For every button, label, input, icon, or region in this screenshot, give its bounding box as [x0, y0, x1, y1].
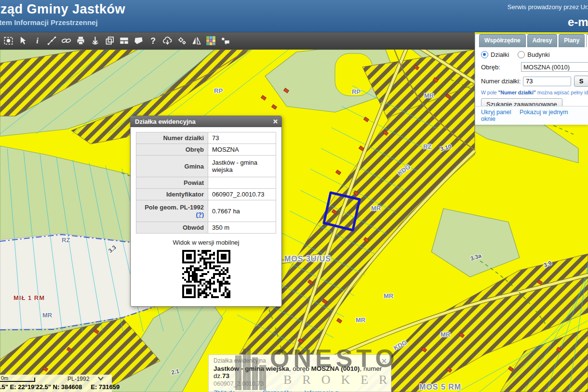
parcel-dialog: Działka ewidencyjna ✕ Numer działki73 Ob…: [130, 116, 282, 307]
tab-plany[interactable]: Plany: [559, 34, 585, 47]
settings-icon[interactable]: [174, 34, 189, 48]
popup-actions: Zbliż do obiektu Szczegóły (i) Informacj…: [214, 389, 386, 392]
table-row: Pole geom. PL-1992(?)0.7667 ha: [136, 200, 276, 222]
obreb-select[interactable]: MOSZNA (0010): [521, 62, 588, 72]
popup-kind-label: Działka ewidencyjna: [214, 357, 386, 364]
search-button[interactable]: S: [574, 76, 588, 87]
search-tabs: Współrzędne Adresy Plany Działki: [479, 34, 588, 47]
popup-parcel-id: 060907_2.0010.73: [214, 380, 386, 387]
svg-text:i: i: [36, 36, 39, 45]
cloud-download-icon[interactable]: [160, 34, 174, 48]
area-help-link[interactable]: (?): [196, 211, 204, 218]
scale-bar-tick: [34, 378, 35, 382]
obreb-label: Obręb:: [481, 64, 521, 71]
service-note: Serwis prowadzony przez Urzą: [508, 3, 588, 11]
qr-code: [182, 250, 230, 298]
parcel-info-popup: Działka ewidencyjna ✕ Jastków - gmina wi…: [208, 354, 391, 392]
zoom-to-object-link[interactable]: Zbliż do obiektu: [214, 389, 256, 392]
site-subtitle: stem Informacji Przestrzennej: [0, 18, 98, 26]
search-panel: Współrzędne Adresy Plany Działki Działki…: [475, 34, 588, 124]
info-icon[interactable]: i: [30, 34, 44, 48]
legend-icon[interactable]: [203, 34, 218, 48]
statusbar: 0m PL-1992 .5" E: 22°19'22.5" N: 384608E…: [0, 375, 112, 392]
mirror-icon[interactable]: [189, 34, 203, 48]
parcel-attributes-table: Numer działki73 ObrębMOSZNA GminaJastków…: [136, 132, 276, 234]
popup-close-icon[interactable]: ✕: [381, 357, 387, 366]
search-panel-body: Działki Budynki Obręb: MOSZNA (0010) Num…: [475, 47, 588, 125]
table-row: ObrębMOSZNA: [136, 144, 276, 156]
layout-icon[interactable]: [117, 34, 131, 48]
search-hint: W pole "Numer działki" można wpisać pełn…: [481, 90, 588, 95]
select-area-icon[interactable]: [1, 34, 15, 48]
radio-dzialki-label: Działki: [491, 51, 509, 58]
download-point-icon[interactable]: [88, 34, 102, 48]
table-row: GminaJastków - gmina wiejska: [136, 156, 276, 177]
header-bar: rząd Gminy Jastków stem Informacji Przes…: [0, 0, 588, 32]
polygon-note-icon[interactable]: [131, 34, 146, 48]
table-row: Powiat: [136, 177, 276, 189]
dialog-titlebar[interactable]: Działka ewidencyjna ✕: [131, 116, 281, 127]
hide-panel-link[interactable]: Ukryj panel: [481, 109, 511, 116]
mobile-view-label: Widok w wersji mobilnej: [131, 239, 281, 246]
numer-dzialki-input[interactable]: [523, 77, 571, 86]
table-row: Identyfikator060907_2.0010.73: [136, 189, 276, 200]
popup-parcel-summary: Jastków - gmina wiejska, obręb MOSZNA (0…: [214, 365, 386, 379]
cursor-coordinates: .5" E: 22°19'22.5" N: 384608E: 731659: [0, 383, 145, 391]
numer-dzialki-label: Numer działki:: [481, 78, 523, 85]
panel-footer-links: Ukryj panel Pokazuj w jednym oknie: [475, 106, 588, 125]
dialog-close-icon[interactable]: ✕: [273, 116, 278, 127]
svg-text:?: ?: [150, 36, 156, 46]
app-window: RPRPMRRZ3.10KDGMRRZ3.3MOS 3U/US3.3a3.9MR…: [0, 0, 588, 392]
table-row: Numer działki73: [136, 132, 276, 144]
chevron-down-icon[interactable]: [97, 376, 104, 381]
map-toolbar: i?: [0, 32, 475, 50]
radio-budynki-label: Budynki: [527, 51, 549, 58]
radio-dzialki[interactable]: [481, 51, 488, 58]
print-icon[interactable]: [73, 34, 88, 48]
scale-label: 0m: [1, 375, 8, 381]
copy-view-icon[interactable]: [102, 34, 117, 48]
details-link[interactable]: Szczegóły (i): [263, 389, 297, 392]
crs-selector[interactable]: PL-1992: [67, 376, 89, 382]
link-icon[interactable]: [59, 34, 73, 48]
help-icon[interactable]: ?: [146, 34, 160, 48]
site-title: rząd Gminy Jastków: [0, 2, 125, 17]
table-row: Obwód350 m: [136, 222, 276, 234]
brand-logo-text: e-ma: [568, 15, 588, 29]
cursor-icon[interactable]: [15, 34, 30, 48]
plan-info-link[interactable]: Informacja z planu: [304, 389, 354, 392]
scale-bar: [0, 381, 35, 382]
measure-icon[interactable]: [44, 34, 59, 48]
radio-budynki[interactable]: [518, 51, 525, 58]
tab-dzialki[interactable]: Działki: [586, 34, 588, 48]
tab-adresy[interactable]: Adresy: [527, 34, 558, 47]
feedback-icon[interactable]: [218, 34, 232, 48]
tab-wspolrzedne[interactable]: Współrzędne: [479, 34, 526, 47]
